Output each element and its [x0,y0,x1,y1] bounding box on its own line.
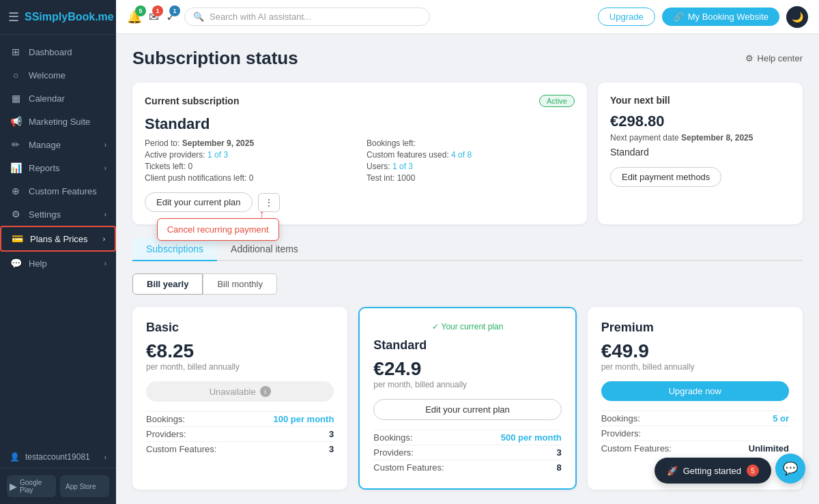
help-center-icon: ⚙ [745,53,753,63]
sidebar-header: ☰ SSimplyBook.me [0,0,116,35]
upgrade-now-button[interactable]: Upgrade now [601,381,789,401]
bell-badge: 5 [135,5,146,16]
basic-plan-price-sub: per month, billed annually [146,362,334,372]
hamburger-icon[interactable]: ☰ [8,10,19,25]
sidebar-item-plans[interactable]: 💳 Plans & Prices › [0,226,116,252]
sidebar-item-welcome[interactable]: ○ Welcome [0,63,116,87]
sidebar-item-reports[interactable]: 📊 Reports › [0,156,116,179]
check-icon: ✓ [432,322,439,331]
basic-plan-title: Basic [146,321,334,335]
basic-custom-row: Custom Features: 3 [146,441,334,456]
topbar: 🔔 5 ✉ 1 ✓ 1 🔍 Search with AI assistant..… [116,0,819,34]
help-center-link[interactable]: ⚙ Help center [745,53,803,63]
tabs-row: Subscriptions Additional items [132,238,803,261]
bill-monthly-button[interactable]: Bill monthly [203,273,276,295]
task-notification-button[interactable]: ✓ 1 [166,10,176,25]
chevron-right-icon: › [104,260,106,267]
mail-notification-button[interactable]: ✉ 1 [149,10,159,25]
custom-features-value: 4 of 8 [451,150,472,160]
night-mode-button[interactable]: 🌙 [786,6,808,28]
search-bar[interactable]: 🔍 Search with AI assistant... [184,8,430,26]
cancel-payment-dropdown[interactable]: ↑ Cancel recurring payment [157,218,279,241]
chevron-right-icon: › [104,141,106,149]
standard-plan-price: €24.9 [373,358,561,380]
tickets-label: Tickets left: 0 [145,162,353,171]
premium-bookings-val: 5 or [773,413,789,424]
info-icon: i [260,386,271,397]
sidebar-item-label: Reports [29,163,60,173]
period-label: Period to: September 9, 2025 [145,138,353,148]
tab-subscriptions[interactable]: Subscriptions [132,238,217,261]
sidebar-item-calendar[interactable]: ▦ Calendar [0,87,116,110]
period-value: September 9, 2025 [182,138,254,148]
booking-website-button[interactable]: 🔗 My Booking Website [662,8,779,26]
basic-bookings-row: Bookings: 100 per month [146,411,334,426]
tab-additional-items[interactable]: Additional items [217,238,312,261]
current-subscription-card: Current subscription Active Standard Per… [132,83,587,224]
sidebar-item-settings[interactable]: ⚙ Settings › [0,203,116,226]
calendar-icon: ▦ [10,93,22,104]
bill-toggle: Bill yearly Bill monthly [132,273,803,295]
app-store-button[interactable]: App Store [60,475,109,497]
premium-plan-price: €49.9 [601,340,789,362]
sidebar-nav: ⊞ Dashboard ○ Welcome ▦ Calendar 📢 Marke… [0,35,116,446]
providers-value: 1 of 3 [207,150,228,160]
bill-yearly-button[interactable]: Bill yearly [132,273,203,295]
account-item[interactable]: 👤 testaccount19081 › [0,446,116,468]
pricing-card-standard: ✓ Your current plan Standard €24.9 per m… [358,307,576,490]
chevron-right-icon: › [104,454,106,461]
premium-plan-title: Premium [601,321,789,335]
page-header: Subscription status ⚙ Help center [132,48,803,69]
account-name: testaccount19081 [25,452,90,462]
standard-custom-row: Custom Features: 8 [373,460,561,475]
upgrade-button[interactable]: Upgrade [598,8,655,26]
standard-providers-row: Providers: 3 [373,445,561,460]
main-content: Subscription status ⚙ Help center Curren… [116,34,819,504]
sidebar-item-label: Help [29,258,47,269]
notifications-label: Client push notifications left: 0 [145,173,353,183]
sidebar-item-label: Settings [29,209,61,220]
three-dot-menu[interactable]: ⋮ ↑ Cancel recurring payment [258,193,280,212]
sidebar: ☰ SSimplyBook.me ⊞ Dashboard ○ Welcome ▦… [0,0,116,504]
next-bill-card: Your next bill €298.80 Next payment date… [598,83,803,224]
edit-payment-button[interactable]: Edit payment methods [610,167,721,187]
sidebar-item-manage[interactable]: ✏ Manage › [0,133,116,156]
chat-button[interactable]: 💬 [775,454,805,484]
bookings-left-label: Bookings left: [367,138,575,148]
subscription-section-label: Current subscription [145,95,239,106]
logo: SSimplyBook.me [25,11,114,23]
dropdown-arrow: ↑ [259,208,265,220]
sidebar-item-label: Welcome [29,70,66,80]
sidebar-item-help[interactable]: 💬 Help › [0,252,116,275]
getting-started-button[interactable]: 🚀 Getting started 5 [655,458,771,484]
chevron-right-icon: › [103,235,105,243]
dashboard-icon: ⊞ [10,46,22,57]
plans-icon: 💳 [11,233,23,244]
basic-unavailable-button: Unavailable i [146,381,334,402]
sidebar-item-dashboard[interactable]: ⊞ Dashboard [0,40,116,63]
google-play-button[interactable]: ▶ Google Play [7,475,56,497]
test-int-value: 1000 [397,173,416,183]
bill-date-value: September 8, 2025 [681,133,753,143]
bill-date: Next payment date September 8, 2025 [610,133,790,143]
sidebar-item-marketing[interactable]: 📢 Marketing Suite [0,110,116,133]
status-badge: Active [539,95,575,107]
standard-edit-button[interactable]: Edit your current plan [373,399,561,420]
sidebar-item-label: Manage [29,140,61,150]
settings-icon: ⚙ [10,209,22,220]
bell-notification-button[interactable]: 🔔 5 [127,10,142,25]
sidebar-item-label: Plans & Prices [30,234,88,244]
standard-plan-title: Standard [373,338,561,353]
standard-bookings-row: Bookings: 500 per month [373,430,561,445]
link-icon: 🔗 [673,12,684,22]
edit-plan-button[interactable]: Edit your current plan [145,192,253,212]
next-bill-label: Your next bill [610,95,790,106]
task-badge: 1 [169,5,180,16]
chat-icon: 💬 [783,461,798,476]
providers-label: Active providers: 1 of 3 [145,150,353,160]
topbar-right: Upgrade 🔗 My Booking Website 🌙 [598,6,808,28]
basic-custom-val: 3 [329,444,334,454]
search-placeholder: Search with AI assistant... [210,12,311,22]
standard-custom-val: 8 [556,462,561,473]
sidebar-item-custom-features[interactable]: ⊕ Custom Features [0,179,116,203]
